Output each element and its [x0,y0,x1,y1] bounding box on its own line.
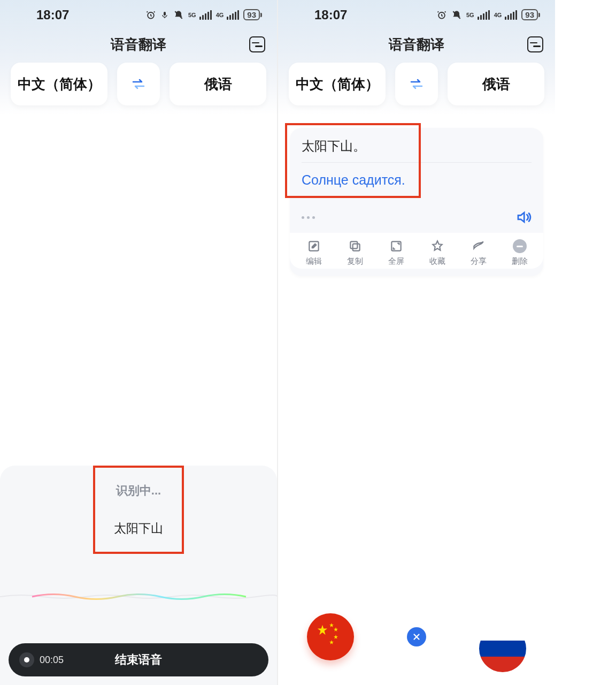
stars-icon [328,622,350,645]
status-icons: 5G 4G 93 [436,9,540,20]
settings-toggle-icon[interactable] [527,36,543,52]
signal2-icon [505,10,517,20]
signal1-icon [199,10,212,20]
share-label: 分享 [471,256,487,267]
header: 语音翻译 [278,29,555,59]
play-audio-button[interactable] [515,209,532,225]
mute-icon [451,10,462,20]
stop-recording-label: 结束语音 [9,652,268,668]
swap-icon [410,78,424,90]
edit-label: 编辑 [306,256,322,267]
mute-icon [173,10,184,20]
alarm-icon [145,10,156,20]
speak-chinese-button[interactable] [307,613,354,660]
status-bar: 18:07 5G 4G 93 [278,0,555,29]
copy-button[interactable]: 复制 [339,239,371,267]
swap-icon [132,78,145,90]
close-button[interactable] [407,627,426,646]
header: 语音翻译 [0,29,277,59]
delete-icon [513,239,527,253]
svg-rect-1 [164,12,166,16]
net2-label: 4G [494,12,502,18]
screen-result: 18:07 5G 4G 93 语音翻译 中文（简体） [278,0,555,685]
recognizing-label: 识别中... [116,483,161,499]
signal2-icon [227,10,239,20]
favorite-label: 收藏 [429,256,445,267]
recognition-panel: 识别中... 太阳下山 00:05 结束语音 [0,466,277,685]
bottom-controls [278,613,555,660]
close-icon [412,632,421,642]
copy-icon [348,239,362,253]
content-area: 太阳下山。 Солнце садится. [278,113,555,685]
clock: 18:07 [36,7,69,22]
language-row: 中文（简体） 俄语 [0,59,277,113]
highlight-box [93,466,184,554]
share-button[interactable]: 分享 [463,239,495,267]
battery-icon: 93 [521,9,540,20]
net1-label: 5G [466,12,474,18]
page-title: 语音翻译 [389,35,444,54]
waveform-icon [0,592,277,602]
edit-icon [307,239,321,253]
stop-recording-button[interactable]: 00:05 结束语音 [9,643,268,676]
language-row: 中文（简体） 俄语 [278,59,555,113]
target-language-button[interactable]: 俄语 [448,63,544,105]
fullscreen-icon [389,239,403,253]
source-text: 太阳下山。 [302,138,532,162]
recognizing-text: 太阳下山 [114,520,163,537]
status-bar: 18:07 5G 4G 93 [0,0,277,29]
page-title: 语音翻译 [111,35,166,54]
favorite-button[interactable]: 收藏 [421,239,453,267]
source-language-button[interactable]: 中文（简体） [11,63,107,105]
battery-icon: 93 [243,9,262,20]
svg-rect-5 [350,241,357,248]
signal1-icon [478,10,490,20]
copy-label: 复制 [347,256,363,267]
settings-toggle-icon[interactable] [249,36,265,52]
swap-languages-button[interactable] [117,63,160,105]
star-icon [317,624,328,636]
mic-icon [160,10,169,20]
translation-card: 太阳下山。 Солнце садится. [290,128,543,276]
star-icon [430,239,444,253]
status-icons: 5G 4G 93 [145,9,262,20]
card-actions: 编辑 复制 全屏 收藏 [290,233,543,269]
alarm-icon [436,10,447,20]
more-options-button[interactable] [302,216,315,219]
swap-languages-button[interactable] [395,63,438,105]
fullscreen-button[interactable]: 全屏 [380,239,412,267]
source-language-button[interactable]: 中文（简体） [289,63,386,105]
target-language-button[interactable]: 俄语 [170,63,266,105]
share-icon [472,239,486,253]
svg-rect-4 [352,244,359,251]
content-area: 识别中... 太阳下山 00:05 结束语音 [0,113,277,685]
screen-recording: 18:07 5G 4G 93 语音翻译 中文（简体） [0,0,277,685]
target-text: Солнце садится. [302,163,532,188]
speak-russian-button[interactable] [479,625,526,672]
delete-button[interactable]: 删除 [504,239,536,267]
net2-label: 4G [216,12,224,18]
delete-label: 删除 [512,256,528,267]
speaker-icon [515,209,532,225]
clock: 18:07 [314,7,347,22]
edit-button[interactable]: 编辑 [298,239,330,267]
fullscreen-label: 全屏 [388,256,404,267]
net1-label: 5G [188,12,196,18]
